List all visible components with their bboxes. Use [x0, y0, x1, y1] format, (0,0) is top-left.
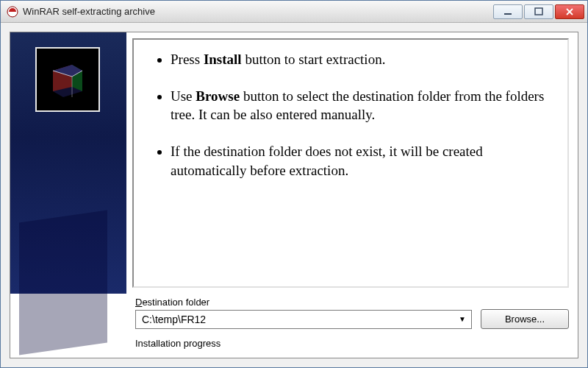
instructions-panel: Press Install button to start extraction…: [132, 38, 569, 288]
close-button[interactable]: [555, 4, 584, 19]
client-area: Press Install button to start extraction…: [1, 23, 587, 367]
self-extractor-window: WinRAR self-extracting archive: [0, 0, 588, 368]
instruction-item: Use Browse button to select the destinat…: [171, 87, 554, 124]
svg-rect-1: [504, 13, 512, 15]
titlebar[interactable]: WinRAR self-extracting archive: [1, 1, 587, 23]
svg-rect-2: [535, 8, 542, 15]
minimize-button[interactable]: [493, 4, 523, 19]
destination-input[interactable]: C:\temp\FR12 ▼: [135, 310, 472, 329]
destination-label: Destination folder: [135, 297, 569, 308]
side-panel: [10, 32, 126, 294]
maximize-button[interactable]: [524, 4, 553, 19]
window-title: WinRAR self-extracting archive: [23, 6, 493, 17]
chevron-down-icon[interactable]: ▼: [456, 315, 468, 323]
instruction-item: Press Install button to start extraction…: [171, 50, 554, 69]
window-controls: [493, 4, 584, 19]
instruction-item: If the destination folder does not exist…: [171, 142, 554, 180]
destination-value: C:\temp\FR12: [142, 314, 456, 325]
content-frame: Press Install button to start extraction…: [10, 32, 578, 358]
upper-pane: Press Install button to start extraction…: [10, 32, 578, 294]
progress-label: Installation progress: [135, 338, 569, 349]
side-decoration: [19, 210, 107, 355]
browse-button[interactable]: Browse...: [481, 309, 569, 329]
app-icon: [7, 6, 18, 18]
archive-icon: [35, 47, 100, 112]
